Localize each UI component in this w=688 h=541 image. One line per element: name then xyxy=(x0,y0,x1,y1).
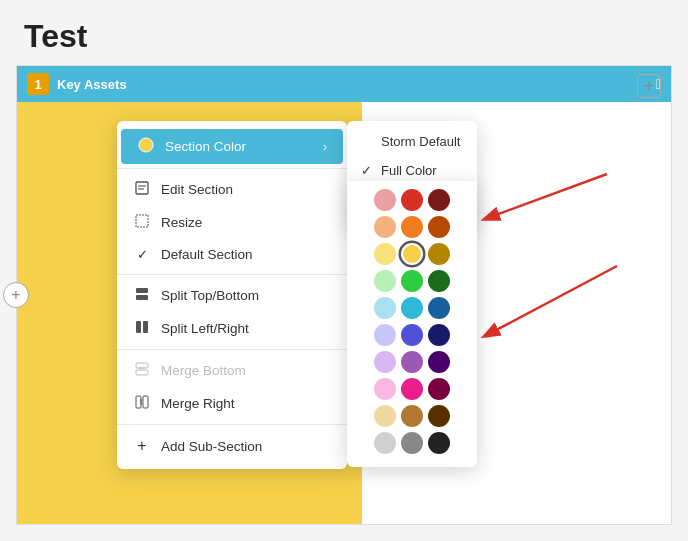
color-dot[interactable] xyxy=(374,297,396,319)
edit-section-label: Edit Section xyxy=(161,182,233,197)
menu-divider-4 xyxy=(117,424,347,425)
svg-rect-9 xyxy=(136,363,148,368)
page-title: Test xyxy=(0,0,688,65)
palette-row-7 xyxy=(357,378,467,400)
merge-right-icon xyxy=(133,395,151,412)
color-dot[interactable] xyxy=(401,351,423,373)
menu-item-section-color[interactable]: Section Color › xyxy=(121,129,343,164)
svg-point-0 xyxy=(139,138,153,152)
menu-item-add-sub-section[interactable]: + Add Sub-Section xyxy=(117,429,347,463)
palette-row-0 xyxy=(357,189,467,211)
color-dot[interactable] xyxy=(428,432,450,454)
section-number: 1 xyxy=(27,73,49,95)
color-dot-selected[interactable] xyxy=(401,243,423,265)
merge-bottom-icon xyxy=(133,362,151,379)
section-color-icon xyxy=(137,137,155,156)
merge-right-label: Merge Right xyxy=(161,396,235,411)
color-dot[interactable] xyxy=(428,216,450,238)
color-dot[interactable] xyxy=(374,270,396,292)
color-dot[interactable] xyxy=(374,432,396,454)
color-dot[interactable] xyxy=(374,378,396,400)
palette-row-8 xyxy=(357,405,467,427)
svg-rect-13 xyxy=(143,396,148,408)
menu-divider-3 xyxy=(117,349,347,350)
color-dot[interactable] xyxy=(374,216,396,238)
merge-bottom-label: Merge Bottom xyxy=(161,363,246,378)
menu-item-default-section[interactable]: ✓ Default Section xyxy=(117,239,347,270)
chevron-right-icon: › xyxy=(323,140,327,154)
menu-item-split-top-bottom[interactable]: Split Top/Bottom xyxy=(117,279,347,312)
svg-rect-10 xyxy=(136,370,148,375)
storm-check xyxy=(361,134,377,149)
edit-icon xyxy=(133,181,151,198)
split-tb-icon xyxy=(133,287,151,304)
color-dot[interactable] xyxy=(401,405,423,427)
menu-item-merge-right[interactable]: Merge Right xyxy=(117,387,347,420)
palette-row-6 xyxy=(357,351,467,373)
canvas-area: 1 Key Assets  + + Section Color › xyxy=(16,65,672,525)
color-dot[interactable] xyxy=(428,243,450,265)
palette-row-9 xyxy=(357,432,467,454)
full-color-label: Full Color xyxy=(381,163,437,178)
color-dot[interactable] xyxy=(428,378,450,400)
checkmark-icon: ✓ xyxy=(133,247,151,262)
color-dot[interactable] xyxy=(428,189,450,211)
color-dot[interactable] xyxy=(428,324,450,346)
add-sub-icon: + xyxy=(133,437,151,455)
section-label: Key Assets xyxy=(57,77,127,92)
color-dot[interactable] xyxy=(428,270,450,292)
menu-divider-1 xyxy=(117,168,347,169)
palette-row-1 xyxy=(357,216,467,238)
color-dot[interactable] xyxy=(401,378,423,400)
menu-item-merge-bottom: Merge Bottom xyxy=(117,354,347,387)
section-color-label: Section Color xyxy=(165,139,246,154)
color-dot[interactable] xyxy=(374,243,396,265)
menu-divider-2 xyxy=(117,274,347,275)
color-dot[interactable] xyxy=(374,351,396,373)
color-dot[interactable] xyxy=(401,189,423,211)
color-dot[interactable] xyxy=(374,324,396,346)
svg-rect-1 xyxy=(136,182,148,194)
color-palette xyxy=(347,181,477,467)
color-dot[interactable] xyxy=(401,432,423,454)
svg-rect-8 xyxy=(143,321,148,333)
svg-line-17 xyxy=(485,266,617,336)
add-sub-section-label: Add Sub-Section xyxy=(161,439,262,454)
palette-row-5 xyxy=(357,324,467,346)
color-dot[interactable] xyxy=(428,351,450,373)
color-dot[interactable] xyxy=(374,189,396,211)
resize-icon xyxy=(133,214,151,231)
color-option-storm-default[interactable]: Storm Default xyxy=(347,127,477,156)
color-dot[interactable] xyxy=(401,297,423,319)
svg-rect-7 xyxy=(136,321,141,333)
split-lr-icon xyxy=(133,320,151,337)
menu-item-split-left-right[interactable]: Split Left/Right xyxy=(117,312,347,345)
svg-rect-4 xyxy=(136,215,148,227)
default-section-label: Default Section xyxy=(161,247,253,262)
color-dot[interactable] xyxy=(428,297,450,319)
color-dot[interactable] xyxy=(428,405,450,427)
context-menu: Section Color › Edit Section Resize xyxy=(117,121,347,469)
palette-row-3 xyxy=(357,270,467,292)
svg-rect-12 xyxy=(136,396,141,408)
svg-rect-6 xyxy=(136,295,148,300)
section-bar: 1 Key Assets  xyxy=(17,66,671,102)
resize-label: Resize xyxy=(161,215,202,230)
menu-item-resize[interactable]: Resize xyxy=(117,206,347,239)
full-color-check: ✓ xyxy=(361,163,377,178)
storm-default-label: Storm Default xyxy=(381,134,460,149)
menu-item-edit-section[interactable]: Edit Section xyxy=(117,173,347,206)
color-dot[interactable] xyxy=(401,270,423,292)
svg-rect-5 xyxy=(136,288,148,293)
color-dot[interactable] xyxy=(374,405,396,427)
split-top-bottom-label: Split Top/Bottom xyxy=(161,288,259,303)
split-left-right-label: Split Left/Right xyxy=(161,321,249,336)
palette-row-2 xyxy=(357,243,467,265)
svg-line-16 xyxy=(485,174,607,219)
color-dot[interactable] xyxy=(401,324,423,346)
palette-row-4 xyxy=(357,297,467,319)
color-dot[interactable] xyxy=(401,216,423,238)
add-top-button[interactable]: + xyxy=(637,74,661,98)
add-left-button[interactable]: + xyxy=(3,282,29,308)
